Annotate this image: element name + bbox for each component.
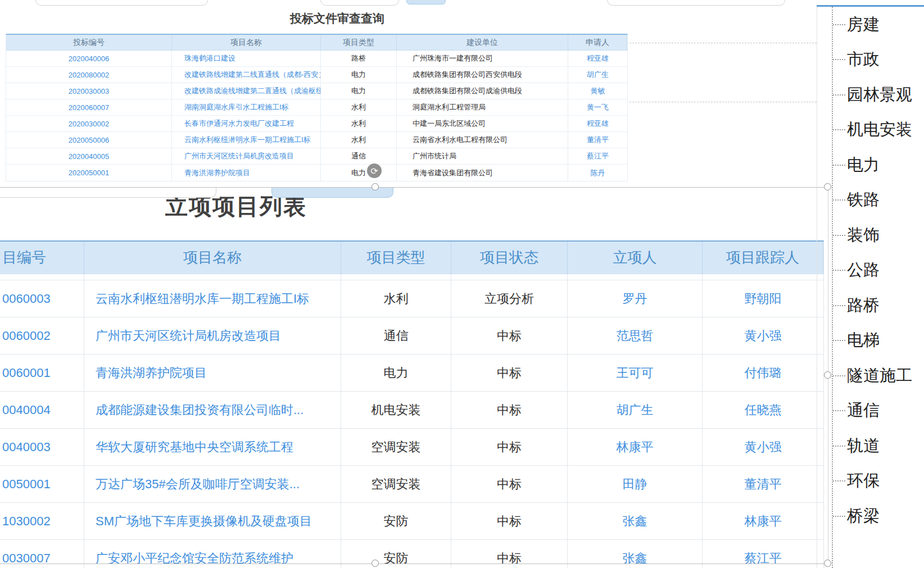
query-input-fragment[interactable] bbox=[320, 0, 399, 6]
category-item[interactable]: 轨道 bbox=[833, 435, 924, 457]
project-id-link[interactable]: 0060002 bbox=[0, 317, 84, 355]
resize-handle-top-center[interactable] bbox=[372, 183, 379, 190]
project-name-link[interactable]: 万达广场35#会所及咖啡厅空调安装... bbox=[84, 466, 341, 503]
tracker-link[interactable]: 野朝阳 bbox=[703, 280, 823, 317]
resize-handle-bottom-right[interactable] bbox=[824, 560, 831, 567]
category-label: 通信 bbox=[847, 399, 880, 422]
initiator-link[interactable]: 王可可 bbox=[568, 355, 703, 392]
bid-id-link[interactable]: 2020030002 bbox=[6, 116, 172, 132]
category-item[interactable]: 装饰 bbox=[833, 224, 924, 247]
tracker-link[interactable]: 林康平 bbox=[703, 503, 823, 540]
project-name-link[interactable]: 广州市天河区统计局机房改造项目 bbox=[172, 148, 321, 165]
category-item[interactable]: 电力 bbox=[833, 154, 924, 176]
initiator-link[interactable]: 胡广生 bbox=[568, 392, 703, 429]
category-item[interactable]: 园林景观 bbox=[833, 84, 924, 106]
bid-id-link[interactable]: 2020060007 bbox=[6, 99, 172, 116]
initiator-link[interactable]: 田静 bbox=[568, 466, 703, 503]
project-id-link[interactable]: 0050001 bbox=[0, 466, 84, 503]
project-name-link[interactable]: 华软大厦研究基地中央空调系统工程 bbox=[84, 429, 341, 466]
bid-id-link[interactable]: 2020050006 bbox=[6, 132, 172, 148]
applicant-link[interactable]: 陈丹 bbox=[568, 165, 627, 181]
table-row: 0050001 万达广场35#会所及咖啡厅空调安装... 空调安装 中标 田静 … bbox=[0, 466, 823, 503]
bid-id-link[interactable]: 2020030003 bbox=[6, 83, 172, 99]
column-header: 项目类型 bbox=[341, 242, 451, 274]
project-name-link[interactable]: 广州市天河区统计局机房改造项目 bbox=[84, 317, 341, 355]
builder-cell: 成都铁路集团有限公司成渝供电段 bbox=[397, 83, 568, 99]
bid-id-link[interactable]: 2020050001 bbox=[6, 165, 172, 181]
tree-connector-icon bbox=[833, 305, 845, 306]
project-name-link[interactable]: 湖南洞庭湖水库引水工程施工I标 bbox=[172, 99, 321, 116]
tracker-link[interactable]: 任晓燕 bbox=[703, 392, 823, 429]
category-label: 隧道施工 bbox=[847, 365, 912, 387]
initiator-link[interactable]: 张鑫 bbox=[568, 503, 703, 540]
category-item[interactable]: 电梯 bbox=[833, 329, 924, 352]
bid-id-link[interactable]: 2020040006 bbox=[6, 51, 172, 67]
category-item[interactable]: 公路 bbox=[833, 259, 924, 281]
project-name-link[interactable]: SM广场地下车库更换摄像机及硬盘项目 bbox=[84, 503, 341, 540]
initiator-link[interactable]: 林康平 bbox=[568, 429, 703, 466]
project-type-cell: 空调安装 bbox=[341, 466, 451, 503]
query-input-fragment[interactable] bbox=[35, 0, 208, 6]
category-item[interactable]: 隧道施工 bbox=[833, 365, 924, 387]
resize-handle-middle-right[interactable] bbox=[824, 371, 831, 379]
category-item[interactable]: 机电安装 bbox=[833, 119, 924, 141]
project-name-link[interactable]: 长春市伊通河水力发电厂改建工程 bbox=[172, 116, 321, 132]
query-input-fragment[interactable] bbox=[607, 0, 785, 6]
project-name-link[interactable]: 青海洪湖养护院项目 bbox=[84, 355, 341, 392]
project-id-link[interactable]: 0040003 bbox=[0, 429, 84, 466]
applicant-link[interactable]: 黄一飞 bbox=[568, 99, 627, 116]
table-row: 2020030002 长春市伊通河水力发电厂改建工程 水利 中建一局东北区域公司… bbox=[6, 116, 627, 132]
category-item[interactable]: 市政 bbox=[833, 48, 924, 71]
project-name-link[interactable]: 云南水利枢纽潜明水库一期工程施工I标 bbox=[84, 280, 341, 317]
tracker-link[interactable]: 付伟璐 bbox=[703, 355, 823, 392]
applicant-link[interactable]: 程亚雄 bbox=[568, 116, 627, 132]
initiator-link[interactable]: 范思哲 bbox=[568, 317, 703, 355]
query-input-fragment[interactable] bbox=[0, 188, 216, 198]
project-id-link[interactable]: 1030002 bbox=[0, 503, 84, 540]
rotate-handle-icon[interactable]: ⟳ bbox=[367, 163, 382, 178]
bid-id-link[interactable]: 2020080002 bbox=[6, 67, 172, 83]
category-item[interactable]: 通信 bbox=[833, 399, 924, 422]
project-id-link[interactable]: 0060003 bbox=[0, 280, 84, 317]
tracker-link[interactable]: 黄小强 bbox=[703, 317, 823, 355]
tree-connector-icon bbox=[833, 94, 845, 96]
tree-connector-icon bbox=[833, 270, 845, 271]
resize-handle-bottom-center[interactable] bbox=[372, 560, 379, 567]
initiator-link[interactable]: 罗丹 bbox=[568, 280, 703, 317]
builder-cell: 云南省水利水电工程有限公司 bbox=[397, 132, 568, 148]
category-label: 电力 bbox=[847, 154, 880, 176]
project-type-cell: 通信 bbox=[341, 317, 451, 355]
resize-handle-top-right[interactable] bbox=[824, 183, 831, 190]
report-designer-canvas: 投标文件审查查询 投标编号 项目名称 项目类型 建设单位 申请人 2020040… bbox=[0, 0, 924, 568]
project-id-link[interactable]: 0040004 bbox=[0, 392, 84, 429]
project-name-link[interactable]: 成都能源建设集团投资有限公司临时... bbox=[84, 392, 341, 429]
project-type-cell: 空调安装 bbox=[341, 429, 451, 466]
applicant-link[interactable]: 胡广生 bbox=[568, 67, 627, 83]
project-type-cell: 电力 bbox=[341, 355, 451, 392]
applicant-link[interactable]: 程亚雄 bbox=[568, 51, 627, 67]
category-item[interactable]: 路桥 bbox=[833, 294, 924, 317]
query-button-fragment[interactable] bbox=[406, 0, 446, 4]
category-item[interactable]: 房建 bbox=[833, 13, 924, 36]
column-header: 项目名称 bbox=[172, 35, 321, 51]
project-name-link[interactable]: 珠海鹤港口建设 bbox=[172, 51, 321, 67]
column-header: 目编号 bbox=[0, 242, 84, 274]
category-label: 装饰 bbox=[847, 224, 880, 247]
table-row: 2020030003 改建铁路成渝线增建第二直通线（成渝枢纽）电力线路迁改工程 … bbox=[6, 83, 627, 99]
category-item[interactable]: 环保 bbox=[833, 470, 924, 492]
project-name-link[interactable]: 改建铁路成渝线增建第二直通线（成渝枢纽）电力线路迁改工程 bbox=[172, 83, 321, 99]
tracker-link[interactable]: 黄小强 bbox=[703, 429, 823, 466]
bid-id-link[interactable]: 2020040005 bbox=[6, 148, 172, 165]
project-name-link[interactable]: 云南水利枢纽潜明水库一期工程施工I标 bbox=[172, 132, 321, 148]
column-header: 立项人 bbox=[568, 242, 703, 274]
applicant-link[interactable]: 黄敏 bbox=[568, 83, 627, 99]
category-item[interactable]: 桥梁 bbox=[833, 505, 924, 528]
project-name-link[interactable]: 改建铁路线增建第二线直通线（成都-西安）电力线路迁改工程 bbox=[172, 67, 321, 83]
applicant-link[interactable]: 董清平 bbox=[568, 132, 627, 148]
project-name-link[interactable]: 青海洪湖养护院项目 bbox=[172, 165, 321, 181]
category-item[interactable]: 铁路 bbox=[833, 189, 924, 211]
tracker-link[interactable]: 董清平 bbox=[703, 466, 823, 503]
builder-cell: 青海省建设集团有限公司 bbox=[397, 165, 568, 181]
project-id-link[interactable]: 0060001 bbox=[0, 355, 84, 392]
applicant-link[interactable]: 蔡江平 bbox=[568, 148, 627, 165]
